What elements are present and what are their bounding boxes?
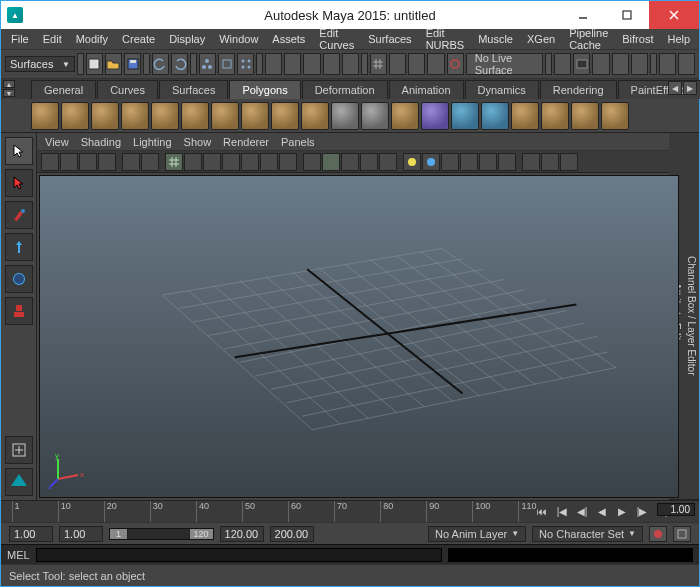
- shelf-pipe-icon[interactable]: [271, 102, 299, 130]
- play-forward-button[interactable]: ▶: [613, 504, 631, 520]
- minimize-button[interactable]: [561, 1, 605, 29]
- anim-in-field[interactable]: 1.00: [59, 526, 103, 542]
- menu-muscle[interactable]: Muscle: [472, 31, 519, 47]
- shelf-helix-icon[interactable]: [301, 102, 329, 130]
- shelf-tab-polygons[interactable]: Polygons: [229, 80, 300, 99]
- snap-curve-button[interactable]: [389, 53, 406, 75]
- shelf-soccer-icon[interactable]: [331, 102, 359, 130]
- vp-grease-pencil-button[interactable]: [141, 153, 159, 171]
- shelf-next-button[interactable]: ▶: [683, 81, 697, 95]
- menu-create[interactable]: Create: [116, 31, 161, 47]
- anim-out-field[interactable]: 120.00: [220, 526, 264, 542]
- vp-film-gate-button[interactable]: [184, 153, 202, 171]
- shelf-cone-icon[interactable]: [121, 102, 149, 130]
- vp-grid-button[interactable]: [165, 153, 183, 171]
- viewport-menu-renderer[interactable]: Renderer: [223, 136, 269, 148]
- shelf-tab-surfaces[interactable]: Surfaces: [159, 80, 228, 99]
- shelf-extrude-icon[interactable]: [481, 102, 509, 130]
- close-button[interactable]: [649, 1, 699, 29]
- shelf-extract-icon[interactable]: [451, 102, 479, 130]
- mask-button-3[interactable]: [303, 53, 320, 75]
- vp-gamma-button[interactable]: [498, 153, 516, 171]
- layout-4pane-button[interactable]: [659, 53, 676, 75]
- anim-end-field[interactable]: 200.00: [270, 526, 314, 542]
- construction-history-button[interactable]: [554, 53, 571, 75]
- sel-component-button[interactable]: [237, 53, 254, 75]
- menu-surfaces[interactable]: Surfaces: [362, 31, 417, 47]
- ipr-render-button[interactable]: [592, 53, 609, 75]
- character-set-dropdown[interactable]: No Character Set▼: [532, 526, 643, 542]
- mask-button-1[interactable]: [265, 53, 282, 75]
- move-tool[interactable]: [5, 233, 33, 261]
- shelf-tab-animation[interactable]: Animation: [389, 80, 464, 99]
- snap-point-button[interactable]: [408, 53, 425, 75]
- mask-button-2[interactable]: [284, 53, 301, 75]
- vp-bookmarks-button[interactable]: [79, 153, 97, 171]
- vp-field-chart-button[interactable]: [241, 153, 259, 171]
- shelf-split-icon[interactable]: [541, 102, 569, 130]
- select-tool[interactable]: [5, 137, 33, 165]
- range-slider[interactable]: 1 120: [109, 528, 214, 540]
- command-language-label[interactable]: MEL: [7, 549, 30, 561]
- vp-isolate-button[interactable]: [403, 153, 421, 171]
- shelf-combine-icon[interactable]: [421, 102, 449, 130]
- auto-key-button[interactable]: [649, 526, 667, 542]
- undo-button[interactable]: [152, 53, 169, 75]
- maximize-button[interactable]: [605, 1, 649, 29]
- menu-window[interactable]: Window: [213, 31, 264, 47]
- vp-xray-joints-button[interactable]: [460, 153, 478, 171]
- snap-grid-button[interactable]: [370, 53, 387, 75]
- shelf-tab-deformation[interactable]: Deformation: [302, 80, 388, 99]
- sel-object-button[interactable]: [218, 53, 235, 75]
- live-surface-button[interactable]: No Live Surface: [466, 53, 544, 75]
- command-input[interactable]: [36, 548, 443, 562]
- vp-renderer-button[interactable]: [522, 153, 540, 171]
- anim-start-field[interactable]: 1.00: [9, 526, 53, 542]
- mask-button-5[interactable]: [342, 53, 359, 75]
- vp-exposure-button[interactable]: [479, 153, 497, 171]
- vp-select-camera-button[interactable]: [41, 153, 59, 171]
- new-scene-button[interactable]: [86, 53, 103, 75]
- vp-camera-attr-button[interactable]: [60, 153, 78, 171]
- scale-tool[interactable]: [5, 297, 33, 325]
- menu-bifrost[interactable]: Bifrost: [616, 31, 659, 47]
- shelf-prev-button[interactable]: ◀: [668, 81, 682, 95]
- vp-2d-pan-button[interactable]: [122, 153, 140, 171]
- viewport-layout-button[interactable]: [5, 468, 33, 496]
- vp-resolution-gate-button[interactable]: [203, 153, 221, 171]
- shelf-platonic-icon[interactable]: [361, 102, 389, 130]
- menu-file[interactable]: File: [5, 31, 35, 47]
- save-scene-button[interactable]: [124, 53, 141, 75]
- mask-button-4[interactable]: [323, 53, 340, 75]
- vp-shaded-button[interactable]: [322, 153, 340, 171]
- snap-plane-button[interactable]: [427, 53, 444, 75]
- vp-safe-title-button[interactable]: [279, 153, 297, 171]
- vp-safe-action-button[interactable]: [260, 153, 278, 171]
- vp-xray-button[interactable]: [441, 153, 459, 171]
- viewport-menu-panels[interactable]: Panels: [281, 136, 315, 148]
- shelf-torus-icon[interactable]: [181, 102, 209, 130]
- range-handle-right[interactable]: 120: [189, 529, 213, 539]
- shelf-smooth-icon[interactable]: [571, 102, 599, 130]
- render-view-button[interactable]: [631, 53, 648, 75]
- shelf-merge-icon[interactable]: [511, 102, 539, 130]
- snap-live-button[interactable]: [447, 53, 464, 75]
- lasso-tool[interactable]: [5, 169, 33, 197]
- range-handle-left[interactable]: 1: [110, 529, 128, 539]
- vp-shadows-button[interactable]: [379, 153, 397, 171]
- shelf-tab-general[interactable]: General: [31, 80, 96, 99]
- vp-depth-button[interactable]: [560, 153, 578, 171]
- render-settings-button[interactable]: [612, 53, 629, 75]
- viewport-menu-shading[interactable]: Shading: [81, 136, 121, 148]
- viewport-menu-lighting[interactable]: Lighting: [133, 136, 172, 148]
- menu-xgen[interactable]: XGen: [521, 31, 561, 47]
- paint-select-tool[interactable]: [5, 201, 33, 229]
- play-back-button[interactable]: ◀: [593, 504, 611, 520]
- shelf-tab-curves[interactable]: Curves: [97, 80, 158, 99]
- shelf-sculpt-icon[interactable]: [601, 102, 629, 130]
- vp-wireframe-button[interactable]: [303, 153, 321, 171]
- step-back-key-button[interactable]: |◀: [553, 504, 571, 520]
- shelf-sphere-icon[interactable]: [31, 102, 59, 130]
- shelf-prism-icon[interactable]: [211, 102, 239, 130]
- prefs-button[interactable]: [673, 526, 691, 542]
